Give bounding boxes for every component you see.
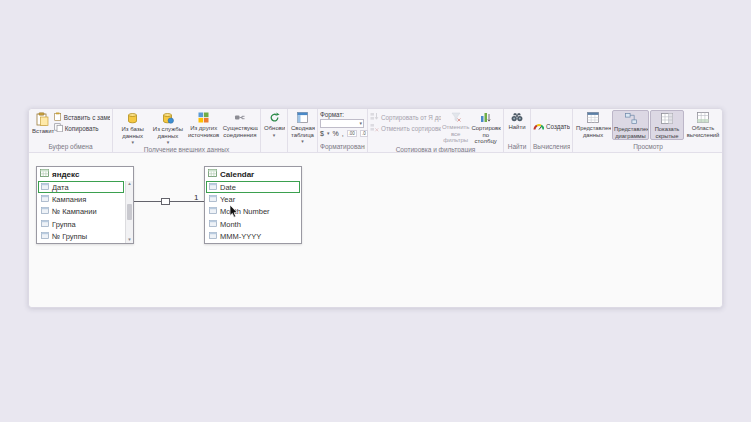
from-database-icon	[127, 112, 138, 125]
calculation-area-button[interactable]: Область вычислений	[685, 110, 721, 138]
paste-icon	[36, 112, 49, 127]
group-clipboard: Вставить Вставить с заменой Копировать Б…	[29, 109, 113, 152]
cardinality-label: 1	[194, 193, 198, 202]
group-sort-filter: Сортировать от Я до А Отменить сортировк…	[368, 109, 504, 152]
from-data-service-icon	[162, 112, 174, 125]
pivot-table-button[interactable]: Сводная таблица ▾	[290, 110, 315, 144]
group-label-sort-filter: Сортировка и фильтрация	[370, 145, 501, 152]
table-icon	[40, 169, 49, 179]
field-row[interactable]: № Кампании	[38, 206, 124, 218]
field-row[interactable]: Дата	[38, 181, 124, 193]
dropdown-arrow-icon: ▾	[273, 133, 276, 138]
sort-desc-button[interactable]: Сортировать от Я до А	[370, 112, 441, 122]
refresh-button[interactable]: Обновить ▾	[263, 110, 285, 138]
diagram-view-button[interactable]: Представление диаграммы	[612, 110, 649, 140]
table-scrollbar[interactable]: ▲ ▼	[125, 181, 133, 243]
field-row[interactable]: Группа	[38, 218, 124, 230]
field-row[interactable]: Кампания	[38, 193, 124, 205]
group-pivot-table: Сводная таблица ▾	[288, 109, 318, 152]
group-label-find: Найти	[506, 142, 528, 152]
sort-by-column-icon	[480, 112, 491, 124]
field-row[interactable]: Date	[206, 181, 300, 193]
column-icon	[209, 220, 217, 229]
table-yandex[interactable]: яндекс Дата Кампания № Кампании Группа	[36, 166, 134, 244]
group-label-formatting: Форматирование	[320, 142, 365, 152]
paste-replace-button[interactable]: Вставить с заменой	[54, 112, 110, 122]
find-button[interactable]: Найти	[506, 110, 528, 131]
percent-format-button[interactable]: %	[332, 130, 338, 137]
table-calendar[interactable]: Calendar Date Year Month Number Month	[204, 166, 302, 244]
table-icon	[208, 169, 217, 179]
column-icon	[209, 207, 217, 216]
column-icon	[41, 220, 49, 229]
column-icon	[41, 195, 49, 204]
show-hidden-icon	[661, 113, 673, 125]
powerpivot-window: Вставить Вставить с заменой Копировать Б…	[28, 108, 723, 308]
show-hidden-button[interactable]: Показать скрытые	[650, 110, 684, 140]
from-other-sources-button[interactable]: Из других источников	[186, 110, 222, 138]
group-label-clipboard: Буфер обмена	[31, 142, 110, 152]
scroll-up-icon[interactable]: ▲	[127, 182, 131, 187]
existing-connections-button[interactable]: Существующие соединения	[222, 110, 258, 138]
mouse-cursor-icon	[229, 205, 239, 218]
format-caption: Формат:	[320, 111, 344, 118]
column-icon	[41, 207, 49, 216]
clear-sort-icon	[370, 123, 379, 133]
table-yandex-header[interactable]: яндекс	[37, 167, 133, 181]
group-find: Найти Найти	[504, 109, 531, 152]
group-label-pivot	[290, 144, 315, 152]
refresh-icon	[269, 112, 280, 124]
from-data-service-button[interactable]: Из службы данных ▾	[150, 110, 185, 145]
group-refresh: Обновить ▾	[261, 109, 288, 152]
column-icon	[41, 183, 49, 192]
column-icon	[41, 232, 49, 241]
clear-sort-button[interactable]: Отменить сортировку	[370, 123, 441, 133]
ribbon: Вставить Вставить с заменой Копировать Б…	[29, 109, 722, 153]
paste-button[interactable]: Вставить	[31, 110, 54, 135]
copy-icon	[54, 123, 63, 133]
field-row[interactable]: Month	[206, 218, 300, 230]
table-title: Calendar	[220, 170, 254, 179]
currency-format-button[interactable]: $	[320, 130, 324, 137]
group-calculations: Создать KPI Вычисления	[531, 109, 573, 152]
from-other-sources-icon	[198, 112, 209, 124]
existing-connections-icon	[234, 112, 246, 124]
dropdown-arrow-icon: ▾	[359, 121, 362, 126]
dropdown-arrow-icon: ▾	[327, 131, 330, 136]
field-row[interactable]: MMM-YYYY	[206, 231, 300, 243]
group-formatting: Формат: ▾ $ ▾ % , .00 .0 Форматирование	[318, 109, 368, 152]
sort-by-column-button[interactable]: Сортировка по столбцу	[470, 110, 501, 145]
thousands-format-button[interactable]: ,	[342, 130, 344, 137]
from-database-button[interactable]: Из базы данных ▾	[115, 110, 150, 145]
field-row[interactable]: № Группы	[38, 231, 124, 243]
clear-filters-icon	[451, 112, 461, 123]
group-label-view: Просмотр	[575, 142, 721, 152]
increase-decimal-icon[interactable]: .00	[347, 130, 357, 137]
kpi-icon	[533, 121, 544, 131]
column-icon	[209, 232, 217, 241]
diagram-canvas[interactable]: 1 яндекс Дата Кампания № Кампании	[29, 153, 722, 307]
scrollbar-thumb[interactable]	[127, 204, 132, 220]
column-icon	[209, 183, 217, 192]
format-combobox[interactable]: ▾	[320, 119, 364, 128]
find-icon	[511, 112, 523, 123]
field-row[interactable]: Year	[206, 193, 300, 205]
group-get-external-data: Из базы данных ▾ Из службы данных ▾ Из д…	[113, 109, 261, 152]
scroll-down-icon[interactable]: ▼	[127, 238, 131, 243]
decrease-decimal-icon[interactable]: .0	[360, 130, 368, 137]
copy-button[interactable]: Копировать	[54, 123, 110, 133]
field-row[interactable]: Month Number	[206, 206, 300, 218]
sort-desc-icon	[370, 112, 379, 122]
data-view-button[interactable]: Представление данных	[575, 110, 611, 138]
group-label-refresh	[263, 142, 285, 152]
clear-filters-button[interactable]: Отменить все фильтры	[441, 110, 471, 144]
group-label-calculations: Вычисления	[533, 142, 570, 152]
create-kpi-button[interactable]: Создать KPI	[533, 121, 570, 131]
table-calendar-header[interactable]: Calendar	[205, 167, 301, 181]
group-label-external-data: Получение внешних данных	[115, 145, 258, 152]
paste-replace-icon	[54, 112, 62, 122]
relationship-handle[interactable]	[161, 198, 170, 205]
calculation-area-icon	[697, 112, 709, 124]
table-title: яндекс	[52, 170, 79, 179]
group-view: Представление данных Представление диагр…	[573, 109, 722, 152]
